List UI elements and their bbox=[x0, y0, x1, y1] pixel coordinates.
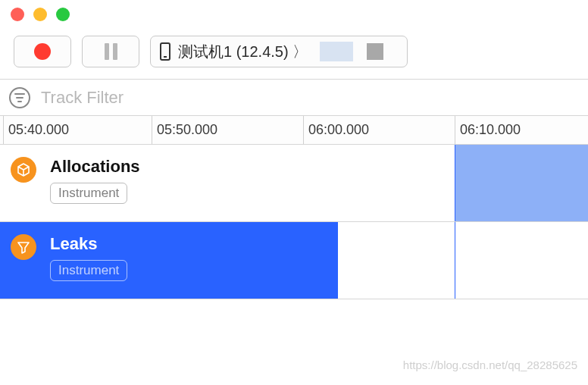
track-lane[interactable] bbox=[338, 222, 588, 299]
record-button[interactable] bbox=[14, 36, 71, 67]
watermark: https://blog.csdn.net/qq_28285625 bbox=[403, 358, 577, 371]
playhead[interactable] bbox=[455, 145, 455, 221]
instrument-tag[interactable]: Instrument bbox=[50, 183, 127, 204]
playhead[interactable] bbox=[455, 222, 455, 299]
track-lane[interactable] bbox=[338, 145, 588, 221]
funnel-icon bbox=[11, 234, 36, 260]
ruler-tick: 06:10.000 bbox=[455, 116, 521, 144]
track-filter-input[interactable] bbox=[41, 88, 579, 108]
toolbar: 测试机1 (12.4.5) 〉 bbox=[0, 29, 588, 74]
minimize-icon[interactable] bbox=[33, 8, 47, 21]
filter-row bbox=[0, 80, 588, 116]
titlebar bbox=[0, 0, 588, 29]
device-selector[interactable]: 测试机1 (12.4.5) 〉 bbox=[150, 36, 408, 67]
pause-button[interactable] bbox=[82, 36, 139, 67]
record-icon bbox=[34, 43, 51, 60]
track-row-leaks[interactable]: Leaks Instrument Leak Checks bbox=[0, 222, 588, 299]
instrument-tag[interactable]: Instrument bbox=[50, 260, 127, 281]
box-icon bbox=[11, 157, 36, 183]
time-ruler[interactable]: 05:40.000 05:50.000 06:00.000 06:10.000 bbox=[0, 116, 588, 145]
device-label: 测试机1 (12.4.5) 〉 bbox=[178, 42, 308, 62]
filter-icon[interactable] bbox=[9, 87, 30, 108]
track-title: Leaks bbox=[50, 234, 330, 254]
close-icon[interactable] bbox=[11, 8, 24, 21]
maximize-icon[interactable] bbox=[56, 8, 70, 21]
ruler-tick: 05:40.000 bbox=[3, 116, 69, 144]
track-row-allocations[interactable]: Allocations Instrument All Heap &… bbox=[0, 145, 588, 222]
window-controls bbox=[11, 8, 70, 21]
track-title: Allocations bbox=[50, 157, 330, 177]
ruler-tick: 06:00.000 bbox=[303, 116, 369, 144]
ruler-tick: 05:50.000 bbox=[152, 116, 217, 144]
thumbnail-small bbox=[367, 43, 383, 60]
phone-icon bbox=[160, 42, 170, 61]
selection-range bbox=[455, 145, 588, 221]
track-header: Leaks Instrument Leak Checks bbox=[0, 222, 338, 299]
thumbnail bbox=[320, 42, 353, 61]
track-header: Allocations Instrument All Heap &… bbox=[0, 145, 338, 221]
pause-icon bbox=[105, 43, 117, 60]
